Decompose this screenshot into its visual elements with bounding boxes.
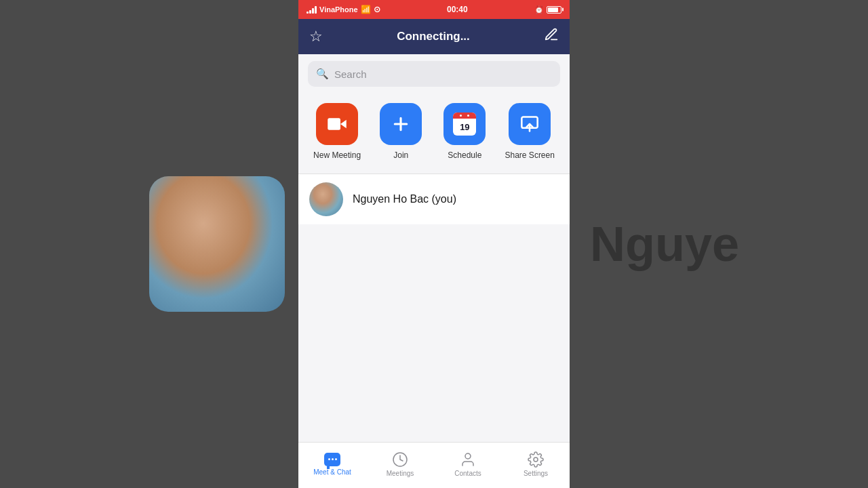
actions-grid: New Meeting Join bbox=[298, 94, 570, 174]
recording-icon: ⊙ bbox=[374, 5, 380, 14]
background-left bbox=[0, 0, 298, 488]
wifi-icon: 📶 bbox=[361, 5, 371, 14]
svg-point-5 bbox=[534, 458, 538, 462]
contacts-area: Nguyen Ho Bac (you) bbox=[298, 174, 570, 224]
join-button[interactable]: Join bbox=[377, 103, 425, 160]
status-left: VinaPhone 📶 ⊙ bbox=[307, 5, 380, 14]
contacts-icon bbox=[460, 451, 476, 468]
bg-avatar bbox=[149, 176, 285, 312]
status-right: ⏰ bbox=[534, 5, 561, 14]
search-container: 🔍 Search bbox=[298, 54, 570, 94]
search-icon: 🔍 bbox=[316, 68, 329, 80]
calendar-icon: 19 bbox=[453, 113, 476, 136]
share-screen-button[interactable]: Share Screen bbox=[505, 103, 555, 160]
svg-point-4 bbox=[465, 453, 471, 459]
background-right: Nguye bbox=[570, 0, 868, 488]
phone-container: VinaPhone 📶 ⊙ 00:40 ⏰ ☆ Connecting... bbox=[298, 0, 570, 488]
new-meeting-icon-bg bbox=[316, 103, 358, 145]
alarm-icon: ⏰ bbox=[534, 5, 544, 14]
battery-icon bbox=[547, 6, 561, 14]
schedule-button[interactable]: 19 Schedule bbox=[441, 103, 488, 160]
contact-item-self[interactable]: Nguyen Ho Bac (you) bbox=[298, 174, 570, 224]
nav-item-meetings[interactable]: Meetings bbox=[366, 451, 434, 480]
search-bar[interactable]: 🔍 Search bbox=[308, 61, 560, 87]
main-content: 🔍 Search New Meeting bbox=[298, 54, 570, 442]
status-time: 00:40 bbox=[447, 5, 468, 14]
contact-name: Nguyen Ho Bac (you) bbox=[353, 193, 456, 205]
share-screen-icon bbox=[520, 115, 539, 134]
search-input[interactable]: Search bbox=[334, 68, 367, 80]
share-screen-icon-bg bbox=[509, 103, 551, 145]
join-label: Join bbox=[393, 150, 408, 160]
nav-item-contacts[interactable]: Contacts bbox=[434, 451, 502, 480]
plus-icon bbox=[391, 114, 411, 134]
bg-name-text: Nguye bbox=[590, 216, 739, 272]
nav-item-meet-chat[interactable]: Meet & Chat bbox=[298, 453, 366, 479]
join-icon-bg bbox=[380, 103, 422, 145]
favorite-button[interactable]: ☆ bbox=[309, 28, 323, 45]
app-header: ☆ Connecting... bbox=[298, 19, 570, 54]
nav-label-settings: Settings bbox=[524, 470, 548, 477]
nav-item-settings[interactable]: Settings bbox=[502, 451, 570, 480]
signal-icon bbox=[307, 5, 317, 14]
nav-label-meetings: Meetings bbox=[387, 470, 414, 477]
new-meeting-label: New Meeting bbox=[313, 150, 361, 160]
schedule-icon-bg: 19 bbox=[443, 103, 486, 145]
settings-icon bbox=[528, 451, 544, 468]
bottom-nav: Meet & Chat Meetings Contacts Settings bbox=[298, 442, 570, 488]
carrier-name: VinaPhone bbox=[319, 5, 358, 14]
status-bar: VinaPhone 📶 ⊙ 00:40 ⏰ bbox=[298, 0, 570, 19]
avatar-image bbox=[309, 182, 343, 216]
nav-label-meet-chat: Meet & Chat bbox=[313, 468, 351, 476]
schedule-label: Schedule bbox=[448, 150, 481, 160]
share-screen-label: Share Screen bbox=[505, 150, 555, 160]
svg-rect-0 bbox=[328, 118, 340, 130]
contact-avatar bbox=[309, 182, 343, 216]
video-camera-icon bbox=[327, 114, 347, 134]
edit-button[interactable] bbox=[544, 27, 559, 46]
header-title: Connecting... bbox=[397, 30, 470, 43]
meetings-icon bbox=[392, 451, 408, 468]
nav-label-contacts: Contacts bbox=[454, 470, 481, 477]
new-meeting-button[interactable]: New Meeting bbox=[313, 103, 361, 160]
chat-bubble-icon bbox=[324, 453, 340, 466]
